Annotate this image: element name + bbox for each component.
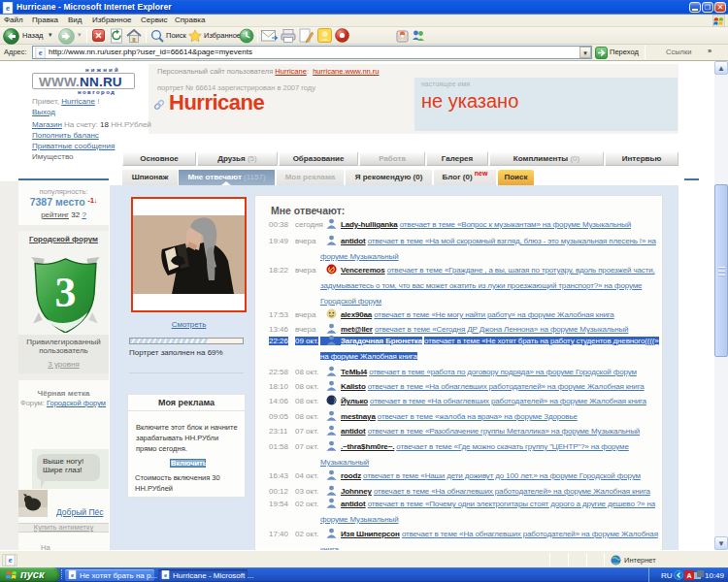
svg-text:А: А [686,572,691,579]
svg-text:e: e [39,48,43,57]
svg-text:e: e [164,570,167,577]
svg-text:e: e [71,570,74,577]
svg-text:e: e [9,556,13,565]
svg-text:e: e [6,3,10,13]
svg-text:3: 3 [55,269,77,315]
